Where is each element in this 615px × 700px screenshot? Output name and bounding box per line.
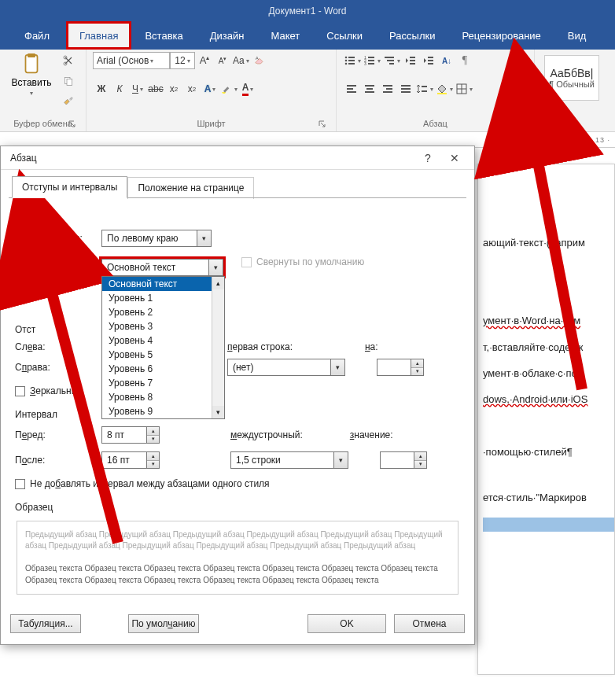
level-option[interactable]: Уровень 7 <box>102 376 224 390</box>
after-value: 16 пт <box>102 455 146 466</box>
multilevel-button[interactable]: ▾ <box>382 52 401 69</box>
level-option[interactable]: Уровень 1 <box>102 291 224 305</box>
font-color-button[interactable]: A▾ <box>239 80 256 98</box>
cancel-button[interactable]: Отмена <box>394 614 465 633</box>
chevron-down-icon[interactable]: ▾ <box>208 260 223 275</box>
alignment-label: Выравнивание: <box>15 233 101 244</box>
value-spinner[interactable]: ▴▾ <box>380 451 427 469</box>
bullets-button[interactable]: ▾ <box>343 52 362 69</box>
numbering-button[interactable]: 123▾ <box>363 52 381 69</box>
tab-references[interactable]: Ссылки <box>313 21 376 50</box>
spin-down-icon[interactable]: ▾ <box>411 368 423 376</box>
strike-button[interactable]: abc <box>147 80 164 98</box>
decrease-indent-button[interactable] <box>402 52 419 69</box>
tab-home[interactable]: Главная <box>66 21 131 50</box>
copy-button[interactable] <box>60 72 77 90</box>
tab-review[interactable]: Рецензирование <box>448 21 554 50</box>
by-spinner[interactable]: ▴▾ <box>377 359 424 376</box>
before-spinner[interactable]: 8 пт ▴▾ <box>101 426 160 444</box>
dialog-titlebar[interactable]: Абзац ? ✕ <box>1 146 474 170</box>
spin-down-icon[interactable]: ▾ <box>414 461 426 469</box>
dialog-help-button[interactable]: ? <box>414 146 441 170</box>
clipboard-dialog-launcher[interactable] <box>67 119 78 130</box>
scroll-down-icon[interactable]: ▾ <box>212 406 224 418</box>
svg-rect-41 <box>422 90 427 92</box>
group-label-clipboard: Буфер обмена <box>6 119 79 131</box>
chevron-down-icon[interactable]: ▾ <box>197 230 211 246</box>
justify-button[interactable] <box>397 80 414 98</box>
first-line-combo[interactable]: (нет) ▾ <box>227 359 345 376</box>
shading-button[interactable]: ▾ <box>435 80 454 98</box>
underline-button[interactable]: Ч▾ <box>129 80 146 98</box>
align-right-button[interactable] <box>379 80 396 98</box>
spin-up-icon[interactable]: ▴ <box>411 359 423 368</box>
dialog-tab-indents[interactable]: Отступы и интервалы <box>12 176 127 198</box>
bold-button[interactable]: Ж <box>93 80 110 98</box>
format-painter-button[interactable] <box>60 93 77 110</box>
cut-button[interactable] <box>60 52 77 69</box>
spin-up-icon[interactable]: ▴ <box>147 452 159 461</box>
dropdown-scrollbar[interactable]: ▴ ▾ <box>212 277 224 418</box>
tabs-button[interactable]: Табуляция... <box>10 614 81 633</box>
tab-mailings[interactable]: Рассылки <box>376 21 448 50</box>
tab-layout[interactable]: Макет <box>257 21 313 50</box>
level-option[interactable]: Уровень 5 <box>102 348 224 362</box>
level-option[interactable]: Уровень 6 <box>102 362 224 376</box>
after-spinner[interactable]: 16 пт ▴▾ <box>101 451 160 469</box>
style-normal[interactable]: АаБбВв| ¶ Обычный <box>544 55 599 101</box>
font-dialog-launcher[interactable] <box>317 119 328 130</box>
borders-button[interactable]: ▾ <box>455 80 473 98</box>
level-option[interactable]: Уровень 3 <box>102 319 224 333</box>
level-option[interactable]: Уровень 2 <box>102 305 224 319</box>
clear-formatting-button[interactable]: A <box>251 52 268 69</box>
level-option[interactable]: Уровень 4 <box>102 333 224 348</box>
superscript-button[interactable]: x2 <box>183 80 201 98</box>
highlight-button[interactable]: ▾ <box>219 80 238 98</box>
tab-insert[interactable]: Вставка <box>131 21 196 50</box>
tab-file[interactable]: Файл <box>8 21 66 50</box>
doc-line: умент·в·Word·на·ком <box>483 310 614 331</box>
tab-view[interactable]: Вид <box>554 21 600 50</box>
grow-font-button[interactable]: A▴ <box>196 52 213 69</box>
mirror-checkbox[interactable]: Зеркальные <box>15 385 83 396</box>
change-case-button[interactable]: Aa▾ <box>232 52 250 69</box>
font-name-combo[interactable]: Arial (Основ▾ <box>93 52 170 69</box>
spin-down-icon[interactable]: ▾ <box>147 461 159 469</box>
before-label: Перед: <box>15 429 101 440</box>
level-option[interactable]: Уровень 8 <box>102 390 224 404</box>
line-spacing-combo[interactable]: 1,5 строки ▾ <box>230 451 348 469</box>
tab-design[interactable]: Дизайн <box>197 21 258 50</box>
sort-button[interactable]: А↓ <box>438 52 455 69</box>
italic-button[interactable]: К <box>111 80 128 98</box>
increase-indent-button[interactable] <box>420 52 437 69</box>
spin-up-icon[interactable]: ▴ <box>414 452 426 461</box>
alignment-combo[interactable]: По левому краю ▾ <box>101 230 212 247</box>
ok-button[interactable]: OK <box>308 614 386 633</box>
dialog-close-button[interactable]: ✕ <box>441 146 468 170</box>
spin-up-icon[interactable]: ▴ <box>147 427 159 436</box>
subscript-button[interactable]: x2 <box>165 80 182 98</box>
level-dropdown: Основной текст Уровень 1 Уровень 2 Урове… <box>101 276 225 419</box>
level-combo[interactable]: Основной текст ▾ <box>101 259 223 276</box>
chevron-down-icon[interactable]: ▾ <box>330 359 344 375</box>
show-marks-button[interactable]: ¶ <box>456 52 473 69</box>
preview-sample-text: Образец текста Образец текста Образец те… <box>25 562 450 586</box>
scroll-up-icon[interactable]: ▴ <box>212 277 224 289</box>
shrink-font-button[interactable]: A▾ <box>214 52 231 69</box>
align-center-button[interactable] <box>361 80 378 98</box>
text-effects-button[interactable]: A▾ <box>201 80 219 98</box>
paragraph-dialog-launcher[interactable] <box>515 119 526 130</box>
line-spacing-button[interactable]: ▾ <box>415 80 434 98</box>
paragraph-dialog: Абзац ? ✕ Отступы и интервалы Положение … <box>0 146 475 645</box>
font-size-combo[interactable]: 12▾ <box>170 52 195 69</box>
spin-down-icon[interactable]: ▾ <box>147 436 159 444</box>
default-button[interactable]: По умолчанию <box>128 614 199 633</box>
chevron-down-icon[interactable]: ▾ <box>333 452 348 468</box>
dialog-tab-position[interactable]: Положение на странице <box>127 177 254 199</box>
level-option[interactable]: Основной текст <box>102 277 224 291</box>
level-option[interactable]: Уровень 9 <box>102 404 224 418</box>
no-space-same-checkbox[interactable]: Не добавлять интервал между абзацами одн… <box>15 478 270 489</box>
align-left-button[interactable] <box>343 80 360 98</box>
line-spacing-value: 1,5 строки <box>231 455 333 466</box>
paste-button[interactable]: Вставить ▾ <box>6 52 57 97</box>
